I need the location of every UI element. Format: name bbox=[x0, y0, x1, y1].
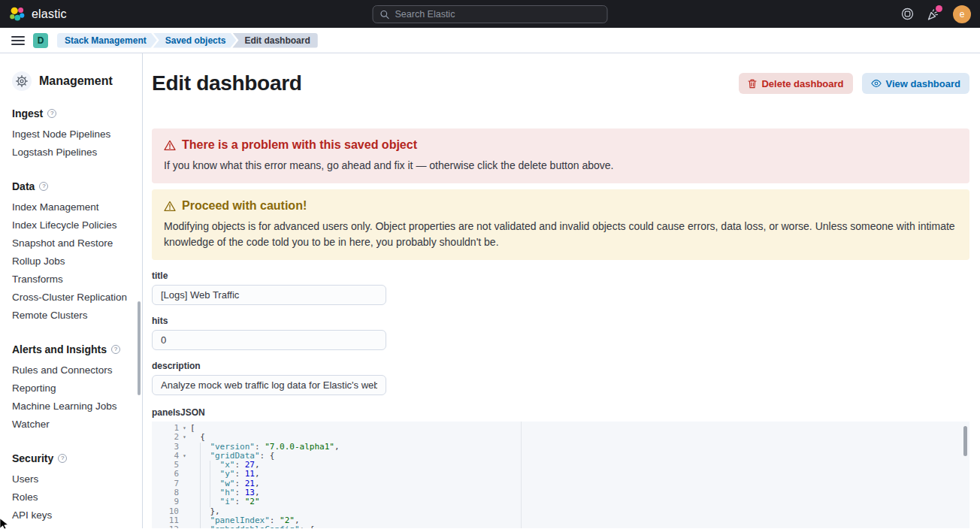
indent-guide bbox=[200, 525, 210, 528]
eye-icon bbox=[871, 79, 882, 88]
delete-dashboard-button[interactable]: Delete dashboard bbox=[739, 73, 852, 94]
fold-toggle-icon[interactable]: ▾ bbox=[179, 424, 190, 433]
sidebar-item-watcher[interactable]: Watcher bbox=[12, 416, 135, 434]
panelsjson-label: panelsJSON bbox=[152, 407, 969, 418]
code-line: 12▾"embeddableConfig": { bbox=[152, 525, 969, 528]
mouse-cursor bbox=[0, 518, 9, 529]
view-dashboard-button[interactable]: View dashboard bbox=[862, 73, 969, 94]
fold-toggle-icon[interactable]: ▾ bbox=[179, 433, 190, 442]
notification-dot bbox=[936, 5, 942, 12]
editor-scrollbar[interactable] bbox=[963, 426, 967, 456]
help-icon bbox=[901, 8, 914, 20]
view-dashboard-label: View dashboard bbox=[886, 78, 960, 89]
sidebar-item-roles[interactable]: Roles bbox=[12, 488, 135, 506]
description-field: description bbox=[152, 361, 969, 395]
user-avatar[interactable]: e bbox=[953, 5, 971, 23]
code-text: { bbox=[190, 433, 205, 442]
hits-field-input[interactable] bbox=[152, 330, 386, 350]
title-field-input[interactable] bbox=[152, 285, 386, 305]
fold-toggle-icon[interactable]: ▾ bbox=[179, 525, 190, 528]
indent-guide bbox=[200, 443, 210, 452]
code-line: 1▾[ bbox=[152, 424, 969, 433]
description-field-input[interactable] bbox=[152, 375, 386, 395]
breadcrumb-saved-objects[interactable]: Saved objects bbox=[153, 33, 237, 48]
indent-guide bbox=[210, 488, 219, 497]
indent-guide bbox=[200, 470, 210, 479]
breadcrumb-current-page: Edit dashboard bbox=[232, 33, 317, 48]
space-avatar[interactable]: D bbox=[33, 33, 48, 48]
section-heading-security: Security? bbox=[12, 452, 135, 464]
code-line: 9"i": "2" bbox=[152, 497, 969, 506]
indent-guide bbox=[210, 479, 219, 488]
help-circle-icon: ? bbox=[111, 345, 120, 354]
elastic-logo-text: elastic bbox=[32, 8, 67, 21]
app-root: elastic Search Elastic bbox=[0, 0, 980, 529]
sidebar-sections: Ingest?Ingest Node PipelinesLogstash Pip… bbox=[12, 107, 135, 529]
indent-guide bbox=[200, 507, 210, 516]
section-heading-ingest: Ingest? bbox=[12, 107, 135, 119]
sidebar-item-reporting[interactable]: Reporting bbox=[12, 379, 135, 398]
sidebar-section-alerts-and-insights: Alerts and Insights?Rules and Connectors… bbox=[12, 343, 135, 434]
warning-callout-title: Proceed with caution! bbox=[164, 199, 957, 213]
gear-icon bbox=[12, 71, 32, 91]
sidebar-item-logstash-pipelines[interactable]: Logstash Pipelines bbox=[12, 144, 135, 162]
sidebar-title: Management bbox=[12, 71, 135, 91]
sidebar-item-snapshot-and-restore[interactable]: Snapshot and Restore bbox=[12, 234, 135, 252]
error-callout-body: If you know what this error means, go ah… bbox=[164, 158, 957, 174]
code-text: "i": "2" bbox=[190, 497, 260, 506]
fold-toggle-icon[interactable]: ▾ bbox=[179, 452, 190, 461]
panelsjson-code-editor[interactable]: 1▾[2▾{3"version": "7.0.0-alpha1",4▾"grid… bbox=[152, 422, 969, 528]
help-menu-button[interactable] bbox=[901, 8, 914, 20]
newsfeed-button[interactable] bbox=[927, 8, 940, 21]
sidebar-item-index-lifecycle-policies[interactable]: Index Lifecycle Policies bbox=[12, 216, 135, 234]
code-line: 7"w": 21, bbox=[152, 479, 969, 488]
menu-toggle-button[interactable] bbox=[8, 32, 29, 50]
sidebar-title-label: Management bbox=[39, 74, 113, 88]
fold-spacer bbox=[179, 461, 190, 470]
sidebar-item-api-keys[interactable]: API keys bbox=[12, 506, 135, 524]
sidebar-item-cross-cluster-replication[interactable]: Cross-Cluster Replication bbox=[12, 289, 135, 307]
line-number: 9 bbox=[152, 497, 179, 506]
section-heading-label: Data bbox=[12, 180, 35, 192]
sidebar-item-transforms[interactable]: Transforms bbox=[12, 271, 135, 289]
title-field-label: title bbox=[152, 271, 969, 281]
code-lines: 1▾[2▾{3"version": "7.0.0-alpha1",4▾"grid… bbox=[152, 424, 969, 528]
code-text: "embeddableConfig": { bbox=[190, 525, 314, 528]
hits-field-label: hits bbox=[152, 316, 969, 326]
breadcrumb-stack-management[interactable]: Stack Management bbox=[57, 33, 157, 48]
sidebar-item-ingest-node-pipelines[interactable]: Ingest Node Pipelines bbox=[12, 125, 135, 144]
print-margin bbox=[521, 422, 522, 528]
sidebar-item-remote-clusters[interactable]: Remote Clusters bbox=[12, 307, 135, 325]
error-callout-title: There is a problem with this saved objec… bbox=[164, 138, 957, 152]
help-circle-icon: ? bbox=[58, 454, 67, 463]
elastic-logo[interactable]: elastic bbox=[9, 6, 67, 23]
header-actions: e bbox=[901, 5, 971, 23]
hits-field: hits bbox=[152, 316, 969, 350]
fold-spacer bbox=[179, 470, 190, 479]
indent-guide bbox=[200, 452, 210, 461]
breadcrumb-bar: D Stack Management Saved objects Edit da… bbox=[0, 28, 980, 53]
breadcrumb: Stack Management Saved objects Edit dash… bbox=[57, 33, 318, 48]
section-heading-label: Security bbox=[12, 452, 53, 464]
code-line: 6"y": 11, bbox=[152, 470, 969, 479]
sidebar-item-rollup-jobs[interactable]: Rollup Jobs bbox=[12, 252, 135, 271]
line-number: 2 bbox=[152, 433, 179, 442]
sidebar-item-machine-learning-jobs[interactable]: Machine Learning Jobs bbox=[12, 398, 135, 416]
fold-spacer bbox=[179, 443, 190, 452]
fold-spacer bbox=[179, 479, 190, 488]
sidebar-item-users[interactable]: Users bbox=[12, 470, 135, 488]
sidebar-item-role-mappings[interactable]: Role Mappings bbox=[12, 524, 135, 529]
global-header: elastic Search Elastic bbox=[0, 0, 980, 28]
sidebar-item-index-management[interactable]: Index Management bbox=[12, 198, 135, 216]
sidebar-item-rules-and-connectors[interactable]: Rules and Connectors bbox=[12, 361, 135, 379]
fold-spacer bbox=[179, 488, 190, 497]
management-sidebar: Management Ingest?Ingest Node PipelinesL… bbox=[0, 53, 143, 528]
section-heading-label: Alerts and Insights bbox=[12, 343, 107, 355]
global-search-input[interactable]: Search Elastic bbox=[373, 5, 608, 23]
indent-guide bbox=[200, 488, 210, 497]
sidebar-section-ingest: Ingest?Ingest Node PipelinesLogstash Pip… bbox=[12, 107, 135, 162]
sidebar-scrollbar[interactable] bbox=[138, 301, 141, 395]
code-line: 8"h": 13, bbox=[152, 488, 969, 497]
indent-guide bbox=[200, 497, 210, 506]
section-heading-data: Data? bbox=[12, 180, 135, 192]
